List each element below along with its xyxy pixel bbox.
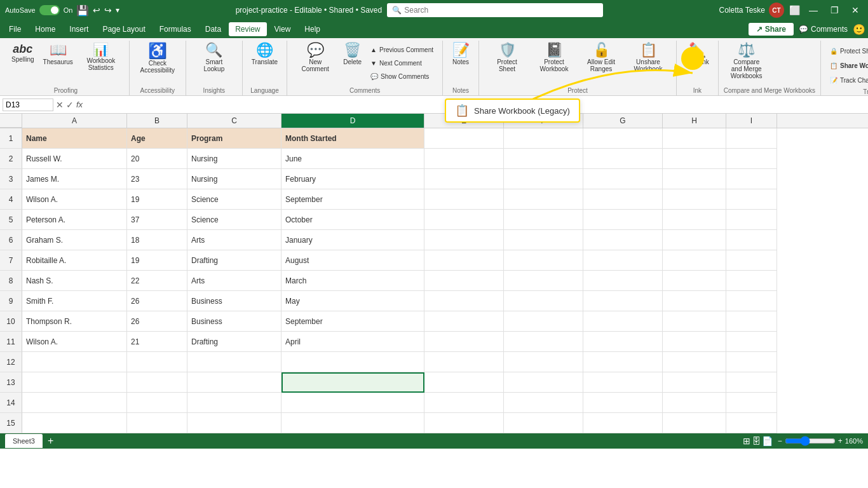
menu-page-layout[interactable]: Page Layout bbox=[96, 22, 151, 36]
cell-b1[interactable]: Age bbox=[127, 128, 187, 149]
cell-d3[interactable]: February bbox=[281, 169, 424, 189]
cell-h5[interactable] bbox=[663, 210, 726, 230]
menu-home[interactable]: Home bbox=[29, 22, 62, 36]
cell-c8[interactable]: Arts bbox=[187, 271, 281, 291]
cell-e10[interactable] bbox=[424, 311, 504, 332]
cell-a13[interactable] bbox=[22, 372, 127, 393]
cell-a7[interactable]: Robitaille A. bbox=[22, 250, 127, 271]
notes-button[interactable]: 📝 Notes bbox=[448, 41, 473, 83]
menu-help[interactable]: Help bbox=[298, 22, 327, 36]
search-box[interactable]: 🔍 bbox=[387, 3, 603, 17]
cell-d6[interactable]: January bbox=[281, 230, 424, 250]
page-break-view-button[interactable]: 📄 bbox=[762, 436, 773, 446]
protect-shared-button[interactable]: 🔒 Protect Shared Workbook (Legacy) bbox=[826, 44, 868, 57]
menu-formulas[interactable]: Formulas bbox=[153, 22, 198, 36]
cell-f10[interactable] bbox=[504, 311, 583, 332]
cell-c1[interactable]: Program bbox=[187, 128, 281, 149]
cell-g15[interactable] bbox=[583, 413, 663, 433]
cell-f2[interactable] bbox=[504, 149, 583, 169]
cell-h6[interactable] bbox=[663, 230, 726, 250]
restore-button[interactable]: ❐ bbox=[827, 5, 843, 15]
cell-c12[interactable] bbox=[187, 352, 281, 372]
cell-d2[interactable]: June bbox=[281, 149, 424, 169]
translate-button[interactable]: 🌐 Translate bbox=[248, 41, 281, 83]
cell-a9[interactable]: Smith F. bbox=[22, 291, 127, 311]
cell-b2[interactable]: 20 bbox=[127, 149, 187, 169]
cell-e12[interactable] bbox=[424, 352, 504, 372]
page-layout-view-button[interactable]: 🗄 bbox=[752, 436, 761, 446]
track-changes-button[interactable]: 📝 Track Changes (Legacy) ▾ bbox=[826, 74, 868, 86]
cell-e2[interactable] bbox=[424, 149, 504, 169]
cell-a12[interactable] bbox=[22, 352, 127, 372]
cell-a1[interactable]: Name bbox=[22, 128, 127, 149]
cell-e6[interactable] bbox=[424, 230, 504, 250]
comments-button[interactable]: 💬 Comments bbox=[799, 25, 848, 34]
cell-d10[interactable]: September bbox=[281, 311, 424, 332]
cell-i2[interactable] bbox=[726, 149, 777, 169]
cell-d15[interactable] bbox=[281, 413, 424, 433]
cell-i8[interactable] bbox=[726, 271, 777, 291]
cell-i11[interactable] bbox=[726, 332, 777, 352]
cell-b9[interactable]: 26 bbox=[127, 291, 187, 311]
cell-e11[interactable] bbox=[424, 332, 504, 352]
cell-a2[interactable]: Russell W. bbox=[22, 149, 127, 169]
confirm-icon[interactable]: ✓ bbox=[66, 100, 74, 110]
cell-f8[interactable] bbox=[504, 271, 583, 291]
cell-a5[interactable]: Peterson A. bbox=[22, 210, 127, 230]
cell-a10[interactable]: Thompson R. bbox=[22, 311, 127, 332]
cell-f6[interactable] bbox=[504, 230, 583, 250]
cell-g5[interactable] bbox=[583, 210, 663, 230]
cell-i4[interactable] bbox=[726, 189, 777, 210]
cell-d13[interactable] bbox=[281, 372, 424, 393]
cell-d8[interactable]: March bbox=[281, 271, 424, 291]
cell-c9[interactable]: Business bbox=[187, 291, 281, 311]
cell-h3[interactable] bbox=[663, 169, 726, 189]
cell-g4[interactable] bbox=[583, 189, 663, 210]
cell-h1[interactable] bbox=[663, 128, 726, 149]
cell-a4[interactable]: Wilson A. bbox=[22, 189, 127, 210]
cell-d14[interactable] bbox=[281, 393, 424, 413]
cell-c10[interactable]: Business bbox=[187, 311, 281, 332]
cell-g3[interactable] bbox=[583, 169, 663, 189]
menu-file[interactable]: File bbox=[3, 22, 27, 36]
cell-b6[interactable]: 18 bbox=[127, 230, 187, 250]
previous-comment-button[interactable]: ▲ Previous Comment bbox=[367, 43, 437, 56]
cell-f9[interactable] bbox=[504, 291, 583, 311]
col-header-c[interactable]: C bbox=[187, 114, 281, 128]
cell-e4[interactable] bbox=[424, 189, 504, 210]
menu-view[interactable]: View bbox=[268, 22, 297, 36]
cell-h7[interactable] bbox=[663, 250, 726, 271]
cell-d1[interactable]: Month Started bbox=[281, 128, 424, 149]
share-workbook-legacy-button[interactable]: 📋 Share Workbook (Legacy) bbox=[826, 59, 868, 72]
cell-d12[interactable] bbox=[281, 352, 424, 372]
cell-i10[interactable] bbox=[726, 311, 777, 332]
cell-b15[interactable] bbox=[127, 413, 187, 433]
cell-c15[interactable] bbox=[187, 413, 281, 433]
cell-g9[interactable] bbox=[583, 291, 663, 311]
zoom-slider[interactable] bbox=[785, 436, 836, 446]
cell-a14[interactable] bbox=[22, 393, 127, 413]
cell-c14[interactable] bbox=[187, 393, 281, 413]
undo-icon[interactable]: ↩ bbox=[93, 5, 100, 15]
normal-view-button[interactable]: ⊞ bbox=[743, 436, 750, 446]
search-input[interactable] bbox=[404, 6, 598, 15]
cell-b13[interactable] bbox=[127, 372, 187, 393]
cell-b14[interactable] bbox=[127, 393, 187, 413]
show-comments-button[interactable]: 💬 Show Comments bbox=[367, 70, 437, 83]
cell-d7[interactable]: August bbox=[281, 250, 424, 271]
cell-h13[interactable] bbox=[663, 372, 726, 393]
cell-e9[interactable] bbox=[424, 291, 504, 311]
cell-e1[interactable] bbox=[424, 128, 504, 149]
cell-d11[interactable]: April bbox=[281, 332, 424, 352]
cell-i1[interactable] bbox=[726, 128, 777, 149]
col-header-i[interactable]: I bbox=[726, 114, 777, 128]
cell-i13[interactable] bbox=[726, 372, 777, 393]
sheet-tab[interactable]: Sheet3 bbox=[5, 434, 43, 448]
cancel-icon[interactable]: ✕ bbox=[56, 100, 64, 110]
cell-g1[interactable] bbox=[583, 128, 663, 149]
cell-c6[interactable]: Arts bbox=[187, 230, 281, 250]
cell-e3[interactable] bbox=[424, 169, 504, 189]
minimize-button[interactable]: — bbox=[805, 5, 822, 15]
cell-d5[interactable]: October bbox=[281, 210, 424, 230]
zoom-out-button[interactable]: − bbox=[778, 437, 782, 445]
